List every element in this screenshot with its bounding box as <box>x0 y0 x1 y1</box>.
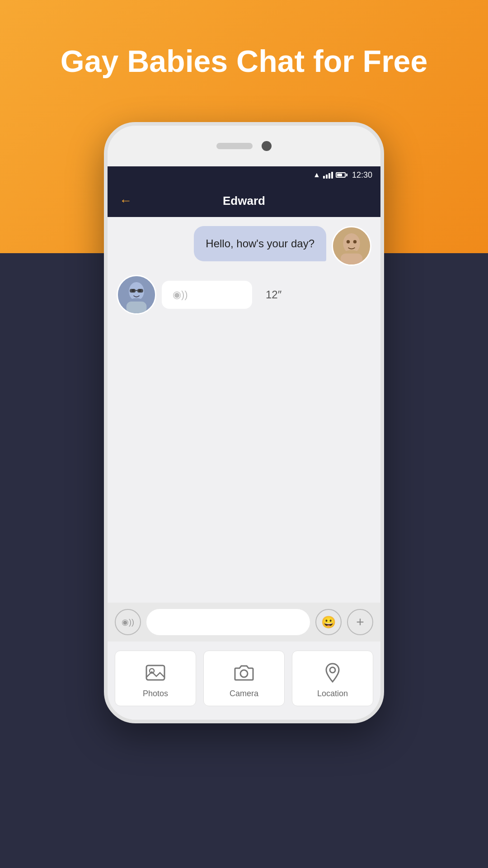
more-options-button[interactable]: + <box>347 609 373 635</box>
message-bubble: Hello, how's your day? <box>194 226 326 261</box>
app-header: ← Edward <box>108 184 380 217</box>
signal-icon <box>323 172 333 179</box>
avatar-image-2 <box>118 275 155 315</box>
avatar-image <box>333 226 370 266</box>
svg-point-18 <box>330 667 335 673</box>
voice-wave-icon: ◉)) <box>173 289 188 301</box>
chat-area: Hello, how's your day? <box>108 217 380 603</box>
svg-point-17 <box>240 670 248 677</box>
message-row-voice: ◉)) 12″ <box>115 275 373 315</box>
chat-title: Edward <box>136 194 352 208</box>
page-title: Gay Babies Chat for Free <box>0 43 488 80</box>
input-bar: ◉)) 😀 + <box>108 603 380 642</box>
camera-label: Camera <box>230 689 258 698</box>
voice-message-bubble[interactable]: ◉)) <box>162 281 252 309</box>
status-icons: ▲ 12:30 <box>313 170 372 180</box>
photos-icon <box>145 662 166 684</box>
svg-rect-12 <box>130 289 136 292</box>
location-label: Location <box>317 689 348 698</box>
phone-speaker <box>216 143 253 149</box>
voice-record-icon: ◉)) <box>122 617 134 627</box>
photos-button[interactable]: Photos <box>115 651 196 706</box>
status-time: 12:30 <box>352 170 372 180</box>
avatar-received[interactable] <box>332 226 371 266</box>
svg-point-3 <box>353 240 357 243</box>
photos-label: Photos <box>143 689 168 698</box>
phone-camera <box>262 141 272 151</box>
svg-rect-13 <box>137 289 143 292</box>
svg-rect-11 <box>127 302 147 313</box>
location-icon <box>322 662 343 684</box>
message-text: Hello, how's your day? <box>206 237 314 250</box>
plus-icon: + <box>356 614 364 630</box>
battery-icon <box>336 172 347 178</box>
back-button[interactable]: ← <box>116 190 136 212</box>
svg-rect-5 <box>341 254 362 264</box>
voice-duration: 12″ <box>266 288 282 301</box>
camera-icon <box>233 662 255 684</box>
wifi-icon: ▲ <box>313 171 320 179</box>
message-row-received: Hello, how's your day? <box>115 226 373 266</box>
svg-rect-15 <box>146 665 164 680</box>
location-button[interactable]: Location <box>292 651 373 706</box>
status-bar: ▲ 12:30 <box>108 165 380 184</box>
phone-physical-top <box>108 126 380 166</box>
media-options-panel: Photos Camera Location <box>108 642 380 720</box>
phone-screen: ▲ 12:30 ← Edward <box>108 165 380 720</box>
phone-mockup: ▲ 12:30 ← Edward <box>104 122 384 723</box>
camera-button[interactable]: Camera <box>203 651 285 706</box>
emoji-icon: 😀 <box>321 615 336 629</box>
emoji-button[interactable]: 😀 <box>315 609 342 635</box>
avatar-sent[interactable] <box>117 275 156 315</box>
voice-record-button[interactable]: ◉)) <box>115 609 141 635</box>
message-input[interactable] <box>146 609 310 635</box>
svg-point-2 <box>347 240 350 243</box>
